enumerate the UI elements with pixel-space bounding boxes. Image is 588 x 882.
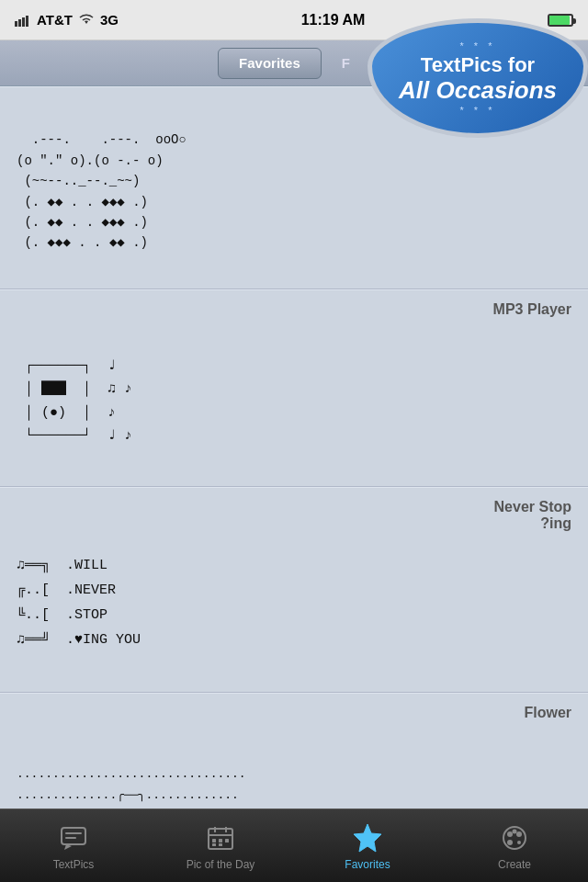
- carrier-info: AT&T 3G: [15, 12, 119, 28]
- neverstop-label: Never Stop ?ing: [494, 499, 571, 532]
- list-item-mp3[interactable]: MP3 Player ┌──────┐ ♩ │ ███ │ ♫ ♪ │ (●) …: [0, 289, 588, 487]
- svg-point-20: [507, 840, 513, 845]
- nav-tab-favorites[interactable]: Favorites: [218, 48, 322, 79]
- mp3-label: MP3 Player: [493, 301, 571, 318]
- flower-label: Flower: [524, 705, 571, 721]
- promo-line1: TextPics for: [421, 53, 535, 77]
- svg-rect-2: [22, 17, 25, 27]
- star-icon: [351, 821, 384, 854]
- ascii-art-mp3: ┌──────┐ ♩ │ ███ │ ♫ ♪ │ (●) │ ♪ └──────…: [17, 331, 571, 471]
- calendar-icon: [204, 821, 237, 854]
- svg-point-18: [507, 831, 513, 837]
- wifi-icon: [78, 14, 95, 27]
- promo-stars-bottom: * * *: [460, 105, 496, 116]
- svg-rect-12: [219, 839, 222, 842]
- svg-rect-15: [219, 843, 222, 846]
- promo-stars-top: * * *: [460, 40, 496, 51]
- svg-rect-5: [65, 832, 82, 834]
- content-list: .---. .---. ooO○ (o "." o).(o -.- o) (~~…: [0, 86, 588, 808]
- tab-textpics[interactable]: TextPics: [0, 821, 147, 871]
- tab-picofday[interactable]: Pic of the Day: [147, 821, 294, 871]
- promo-badge[interactable]: * * * TextPics for All Occasions * * *: [349, 18, 588, 152]
- svg-point-22: [513, 829, 517, 833]
- signal-icon: [15, 14, 31, 27]
- list-item-flower[interactable]: Flower ................................ …: [0, 693, 588, 808]
- tab-create-label: Create: [498, 858, 531, 871]
- ascii-art-neverstop: ♫══╗ .WILL ╔..[ .NEVER ╚..[ .STOP ♫══╝ .…: [17, 528, 571, 677]
- svg-rect-3: [26, 16, 28, 27]
- paint-icon: [498, 821, 531, 854]
- svg-rect-14: [212, 843, 216, 846]
- chat-icon: [57, 821, 90, 854]
- tab-favorites-label: Favorites: [345, 858, 390, 871]
- svg-rect-1: [18, 19, 21, 27]
- svg-rect-4: [62, 828, 85, 844]
- svg-point-19: [516, 831, 522, 837]
- svg-point-21: [517, 841, 521, 844]
- list-item-neverstop[interactable]: Never Stop ?ing ♫══╗ .WILL ╔..[ .NEVER ╚…: [0, 487, 588, 693]
- promo-badge-inner: * * * TextPics for All Occasions * * *: [368, 18, 588, 138]
- tab-create[interactable]: Create: [441, 821, 588, 871]
- tab-textpics-label: TextPics: [53, 858, 95, 871]
- tab-bar: TextPics Pic of the Day Favorites: [0, 808, 588, 882]
- carrier-name: AT&T: [37, 12, 73, 28]
- svg-rect-0: [15, 21, 17, 27]
- network-type: 3G: [100, 12, 119, 28]
- tab-picofday-label: Pic of the Day: [187, 858, 255, 871]
- svg-rect-11: [212, 839, 216, 842]
- svg-rect-6: [65, 837, 76, 839]
- tab-favorites[interactable]: Favorites: [294, 821, 441, 871]
- ascii-art-flower: ................................ .......…: [17, 741, 571, 808]
- svg-rect-13: [225, 839, 229, 842]
- svg-marker-16: [354, 824, 381, 852]
- promo-line2: All Occasions: [399, 77, 557, 104]
